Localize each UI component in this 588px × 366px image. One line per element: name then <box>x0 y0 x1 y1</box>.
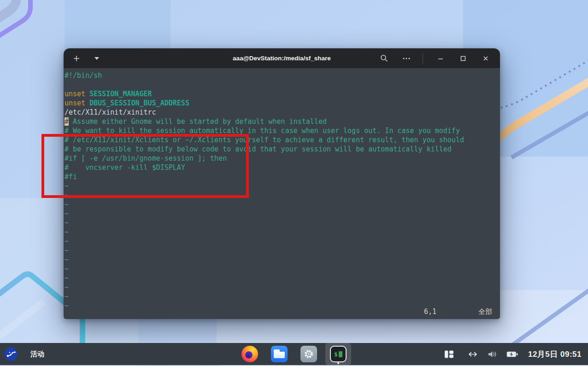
ellipsis-icon <box>402 55 411 62</box>
terminal-line: ~ <box>65 237 500 246</box>
clock[interactable]: 12月5日 09:51 <box>528 349 582 360</box>
terminal-line <box>65 80 500 89</box>
dock-item-files[interactable] <box>266 343 292 365</box>
minimize-icon <box>437 55 444 62</box>
maximize-button[interactable] <box>458 53 468 64</box>
files-icon <box>271 346 288 362</box>
terminal-line: ~ <box>65 209 500 218</box>
terminal-line: ~ <box>65 283 500 292</box>
activities-label: 活动 <box>30 350 44 359</box>
dock-item-firefox[interactable] <box>237 343 263 365</box>
activities-button[interactable]: 活动 <box>0 348 44 360</box>
taskbar: 活动 $ <box>0 343 588 365</box>
firefox-icon <box>241 346 258 362</box>
volume-icon[interactable] <box>488 351 497 358</box>
terminal-line: ~ <box>65 200 500 209</box>
settings-gear-icon <box>300 346 317 362</box>
system-tray: 12月5日 09:51 <box>435 349 588 360</box>
search-button[interactable] <box>379 53 389 64</box>
app-dock: $ <box>237 343 351 365</box>
dock-item-terminal[interactable]: $ <box>325 343 351 365</box>
terminal-line: ~ <box>65 246 500 255</box>
cursor-position: 6,1 <box>424 307 436 316</box>
maximize-icon <box>460 55 466 62</box>
vim-statusline: 6,1 全部 <box>64 307 500 316</box>
close-button[interactable] <box>481 53 491 64</box>
terminal-line: ~ <box>65 227 500 237</box>
battery-charging-icon[interactable] <box>506 351 518 357</box>
terminal-line: ~ <box>65 273 500 283</box>
annotation-rectangle <box>41 134 249 198</box>
terminal-line: ~ <box>65 255 500 264</box>
chevron-down-icon <box>94 57 99 60</box>
panel-layout-icon[interactable] <box>445 350 453 358</box>
vim-cursor: # <box>65 117 69 126</box>
network-wired-icon[interactable] <box>467 351 478 357</box>
dock-item-settings[interactable] <box>296 343 322 365</box>
scroll-position: 全部 <box>478 307 492 316</box>
terminal-line: /etc/X11/xinit/xinitrc <box>65 108 500 117</box>
terminal-line: unset SESSION_MANAGER <box>65 89 500 99</box>
terminal-line: ~ <box>65 292 500 301</box>
minimize-button[interactable] <box>435 53 446 64</box>
terminal-icon: $ <box>330 346 347 362</box>
distro-logo-icon <box>4 348 18 360</box>
menu-button[interactable] <box>401 53 412 64</box>
close-icon <box>482 55 489 62</box>
terminal-line: unset DBUS_SESSION_BUS_ADDRESS <box>65 99 500 108</box>
window-titlebar[interactable]: aaa@DevStation:/media/sf_share <box>64 48 500 68</box>
terminal-line: #!/bin/sh <box>65 71 500 80</box>
desktop: aaa@DevStation:/media/sf_share <box>0 0 588 366</box>
tab-dropdown-button[interactable] <box>92 53 102 64</box>
titlebar-separator <box>423 52 423 64</box>
terminal-line: ~ <box>65 218 500 227</box>
terminal-line: ~ <box>65 264 500 273</box>
new-tab-button[interactable] <box>71 53 82 64</box>
search-icon <box>380 54 388 62</box>
terminal-line: # Assume either Gnome will be started by… <box>65 117 500 126</box>
